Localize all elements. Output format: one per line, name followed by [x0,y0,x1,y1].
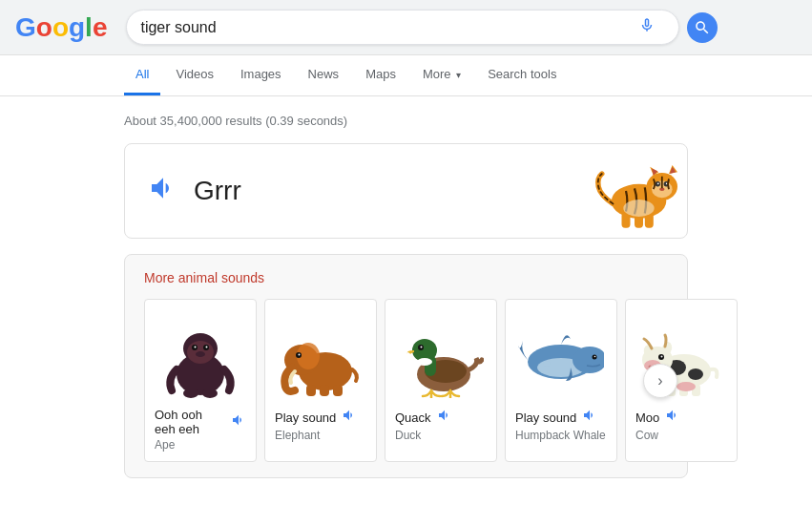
svg-point-49 [688,368,703,380]
tiger-sound-text: Grrr [194,176,241,206]
more-sounds-title[interactable]: More animal sounds [144,270,668,285]
animal-card-elephant[interactable]: Play sound Elephant [264,299,377,462]
ape-label: Ooh ooh eeh eeh [155,408,246,436]
play-sound-icon[interactable] [148,173,178,210]
svg-point-21 [195,346,197,347]
tab-maps[interactable]: Maps [354,55,407,95]
results-area: About 35,400,000 results (0.39 seconds) … [0,96,812,488]
duck-label: Quack [395,408,452,427]
ape-image [155,309,246,400]
tiger-sound-card[interactable]: Grrr [124,143,688,239]
duck-play-icon[interactable] [437,408,452,427]
whale-label: Play sound [515,408,597,427]
logo-letter-g2: g [69,12,85,43]
duck-image [395,309,487,400]
tab-search-tools[interactable]: Search tools [476,55,568,95]
logo-letter-e: e [93,12,108,43]
animal-card-duck[interactable]: Quack Duck [385,299,497,462]
tiger-image [573,144,687,238]
svg-point-45 [594,355,596,357]
next-arrow-button[interactable]: › [643,364,677,398]
svg-point-61 [677,382,696,391]
search-button[interactable] [687,12,718,43]
whale-species: Humpback Whale [515,429,606,442]
svg-point-24 [183,389,198,398]
ape-species: Ape [155,438,175,452]
animal-card-cow[interactable]: Moo Cow [625,299,738,462]
elephant-species: Elephant [275,429,320,442]
ape-play-icon[interactable] [231,412,246,431]
svg-point-38 [417,358,432,366]
more-dropdown-arrow: ▾ [456,70,461,80]
tiger-svg [582,148,687,234]
svg-point-25 [202,389,218,398]
duck-species: Duck [395,429,421,442]
tab-videos[interactable]: Videos [164,55,225,95]
logo-letter-o2: o [52,12,69,43]
search-bar [126,10,679,45]
svg-rect-32 [320,385,329,396]
microphone-icon[interactable] [638,16,656,38]
animal-card-ape[interactable]: Ooh ooh eeh eeh Ape [144,299,257,462]
cow-species: Cow [635,429,658,442]
header: G o o g l e [0,0,812,55]
logo-letter-l: l [85,12,93,43]
svg-point-40 [421,346,423,347]
elephant-play-icon[interactable] [342,408,357,427]
tab-all[interactable]: All [124,55,160,95]
cow-play-icon[interactable] [665,408,680,427]
svg-rect-31 [306,385,316,396]
svg-rect-33 [333,385,343,396]
results-count: About 35,400,000 results (0.39 seconds) [124,106,688,143]
svg-point-55 [661,355,663,357]
whale-image [515,309,607,400]
svg-point-23 [196,351,205,357]
svg-point-30 [299,353,301,355]
svg-point-22 [206,346,208,347]
search-input[interactable] [140,19,638,36]
tab-more[interactable]: More ▾ [411,55,472,95]
google-logo[interactable]: G o o g l e [15,12,107,43]
tab-news[interactable]: News [297,55,351,95]
logo-letter-o1: o [36,12,52,43]
svg-rect-12 [622,213,631,228]
animals-grid: Ooh ooh eeh eeh Ape [144,299,668,462]
logo-letter-g: G [15,12,36,43]
svg-point-5 [657,182,659,184]
elephant-label: Play sound [275,408,357,427]
more-sounds-section: More animal sounds [124,254,688,478]
tab-images[interactable]: Images [229,55,293,95]
svg-point-15 [623,200,654,217]
svg-point-46 [543,361,551,366]
whale-play-icon[interactable] [582,408,597,427]
nav-tabs: All Videos Images News Maps More ▾ Searc… [0,55,812,96]
animal-card-whale[interactable]: Play sound Humpback Whale [505,299,617,462]
elephant-image [275,309,366,400]
cow-label: Moo [635,408,680,427]
